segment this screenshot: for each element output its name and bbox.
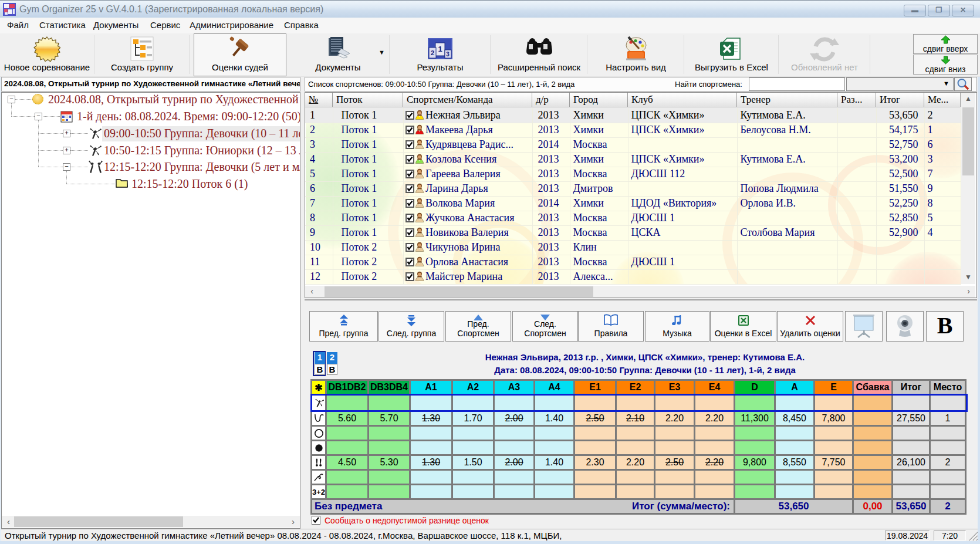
svg-text:2: 2 [431, 49, 434, 56]
svg-text:1: 1 [438, 45, 442, 53]
svg-text:3: 3 [446, 51, 450, 58]
